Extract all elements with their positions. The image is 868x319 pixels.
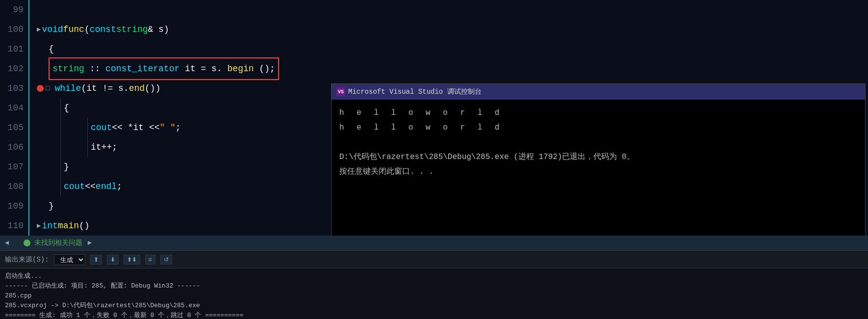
cout-105: cout (91, 118, 112, 137)
editor-area: 99 100 101 102 103 104 105 106 107 108 1… (0, 0, 868, 319)
indent-line-108 (60, 177, 61, 196)
toolbar-btn-updown[interactable]: ⬆⬇ (124, 255, 140, 265)
keyword-while: while (54, 79, 81, 98)
code-panel: 99 100 101 102 103 104 105 106 107 108 1… (0, 0, 868, 236)
status-ok: 未找到相关问题 (24, 239, 82, 247)
endl-108: endl (96, 177, 117, 196)
while-paren: (it != s. (81, 79, 128, 98)
output-toolbar: 输出来源(S): 生成 ⬆ ⬇ ⬆⬇ ≡ ↺ (0, 251, 868, 268)
string-literal-105: " " (159, 118, 175, 137)
output-source-label: 输出来源(S): (5, 255, 49, 264)
brace-close-107: } (64, 157, 69, 177)
main-parens: () (79, 216, 90, 236)
indent-line-106 (60, 137, 61, 157)
func-end: end (129, 79, 145, 98)
brace-close-109: } (49, 196, 54, 216)
status-bar: ◄ 未找到相关问题 ► (0, 236, 868, 250)
scroll-left-icon[interactable]: ◄ (5, 239, 9, 247)
debug-console-window: VS Microsoft Visual Studio 调试控制台 h e l l… (331, 83, 866, 236)
output-source-select[interactable]: 生成 (54, 254, 85, 265)
debug-output-line-5: 按任意键关闭此窗口. . . (339, 164, 857, 179)
toolbar-btn-up[interactable]: ⬆ (90, 255, 102, 265)
debug-output-line-1: h e l l o w o r l d (339, 106, 857, 120)
line-num-105: 105 (0, 118, 24, 137)
toolbar-btn-refresh[interactable]: ↺ (160, 255, 172, 265)
output-line-4: 285.vcxproj -> D:\代码包\razertest\285\Debu… (5, 301, 863, 311)
output-line-5: ======== 生成: 成功 1 个，失败 0 个，最新 0 个，跳过 0 个… (5, 311, 863, 319)
line-num-108: 108 (0, 177, 24, 196)
line-num-107: 107 (0, 157, 24, 177)
brace-open-104: { (64, 98, 69, 118)
line-num-109: 109 (0, 196, 24, 216)
status-ok-icon (24, 239, 30, 246)
highlight-box: string :: const_iterator it = s. begin (… (49, 57, 279, 80)
vs-icon: VS (336, 87, 345, 96)
indent-line-104 (60, 98, 61, 118)
type-const-iterator: const_iterator (105, 64, 179, 74)
status-ok-text: 未找到相关问题 (34, 239, 82, 247)
debug-console-titlebar: VS Microsoft Visual Studio 调试控制台 (332, 84, 865, 100)
indent-line-105b (87, 118, 88, 137)
debug-output-line-2: h e l l o w o r l d (339, 120, 857, 135)
debug-output-line-4: D:\代码包\razertest\285\Debug\285.exe (进程 1… (339, 150, 857, 164)
keyword-void: void (42, 20, 63, 39)
line-numbers: 99 100 101 102 103 104 105 106 107 108 1… (0, 0, 29, 236)
output-line-1: 启动生成... (5, 271, 863, 281)
ref-sym: & s) (148, 20, 169, 39)
brace-open-101: { (49, 39, 54, 59)
scope-res: :: (90, 64, 101, 74)
type-string-ci: string (52, 64, 84, 74)
line-num-101: 101 (0, 39, 24, 59)
begin-parens: (); (259, 64, 275, 74)
it-pp: it++; (91, 137, 117, 157)
op-108: << (85, 177, 96, 196)
line-num-100: 100 (0, 20, 24, 39)
op-105: << *it << (112, 118, 159, 137)
output-line-3: 285.cpp (5, 291, 863, 301)
cout-108: cout (64, 177, 85, 196)
output-content: 启动生成... ------ 已启动生成: 项目: 285, 配置: Debug… (0, 268, 868, 319)
end-parens: ()) (145, 79, 160, 98)
collapse-icon-100[interactable]: ▶ (37, 20, 41, 39)
code-line-99 (37, 0, 868, 20)
debug-console-title-text: Microsoft Visual Studio 调试控制台 (348, 87, 482, 96)
keyword-int: int (42, 216, 57, 236)
toolbar-btn-down[interactable]: ⬇ (107, 255, 119, 265)
func-name: func (63, 20, 84, 39)
code-line-102: string :: const_iterator it = s. begin (… (37, 59, 868, 79)
scroll-right-icon[interactable]: ► (87, 239, 91, 247)
toolbar-btn-align[interactable]: ≡ (145, 255, 155, 265)
type-string: string (116, 20, 148, 39)
code-line-101: { (37, 39, 868, 59)
code-highlight-102: string :: const_iterator it = s. begin (… (49, 57, 279, 80)
paren-open: ( (84, 20, 90, 39)
line-num-102: 102 (0, 59, 24, 79)
collapse-icon-103[interactable]: □ (46, 79, 50, 98)
line-num-103: 103 (0, 79, 24, 98)
var-it-decl: it = s. (185, 64, 222, 74)
line-num-99: 99 (0, 0, 24, 20)
indent-line-105 (60, 118, 61, 137)
indent-line-107 (60, 157, 61, 177)
code-line-100: ▶ void func ( const string & s) (37, 20, 868, 39)
line-num-106: 106 (0, 137, 24, 157)
output-line-2: ------ 已启动生成: 项目: 285, 配置: Debug Win32 -… (5, 281, 863, 291)
line-num-104: 104 (0, 98, 24, 118)
semi-105: ; (176, 118, 181, 137)
debug-output-blank (339, 135, 857, 150)
func-main: main (58, 216, 79, 236)
func-begin: begin (228, 64, 254, 74)
indent-line-106b (87, 137, 88, 157)
debug-console-content: h e l l o w o r l d h e l l o w o r l d … (332, 100, 865, 236)
collapse-icon-110[interactable]: ▶ (37, 216, 41, 236)
breakpoint-103[interactable] (37, 85, 44, 92)
semi-108: ; (117, 177, 122, 196)
line-num-110: 110 (0, 216, 24, 236)
keyword-const: const (90, 20, 116, 39)
output-panel: 输出来源(S): 生成 ⬆ ⬇ ⬆⬇ ≡ ↺ 启动生成... ------ 已启… (0, 250, 868, 319)
